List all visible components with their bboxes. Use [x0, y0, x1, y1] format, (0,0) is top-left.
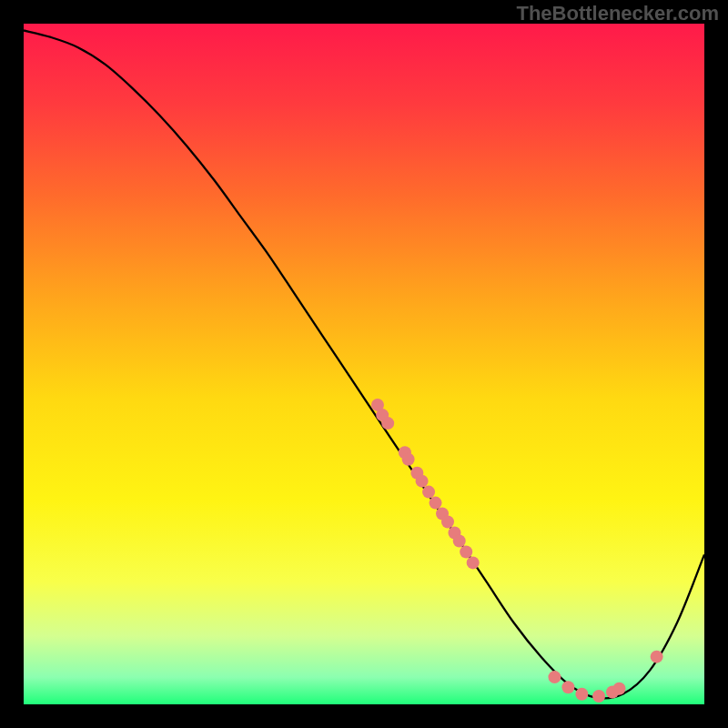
scatter-point: [453, 534, 466, 547]
scatter-point: [575, 688, 588, 701]
scatter-point: [402, 453, 415, 466]
scatter-point: [381, 417, 394, 430]
scatter-point: [561, 681, 574, 693]
chart-container: [24, 24, 704, 704]
watermark-text: TheBottlenecker.com: [516, 2, 719, 25]
bottleneck-chart: [24, 24, 704, 704]
scatter-point: [441, 516, 454, 529]
scatter-point: [651, 651, 663, 663]
scatter-point: [548, 671, 561, 683]
scatter-point: [416, 475, 429, 488]
scatter-point: [467, 556, 480, 569]
scatter-point: [460, 545, 472, 558]
scatter-point: [422, 486, 435, 499]
scatter-point: [430, 497, 442, 510]
gradient-background: [24, 24, 704, 704]
scatter-point: [613, 682, 626, 695]
scatter-point: [592, 690, 605, 703]
